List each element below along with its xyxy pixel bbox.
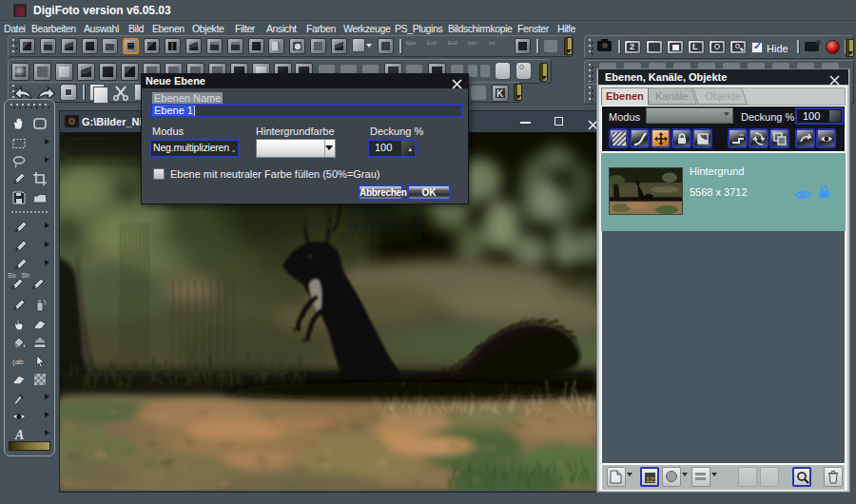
svg-text:A: A [14,428,24,442]
svg-text:123: 123 [646,476,657,483]
svg-text:(ab: (ab [12,358,24,366]
